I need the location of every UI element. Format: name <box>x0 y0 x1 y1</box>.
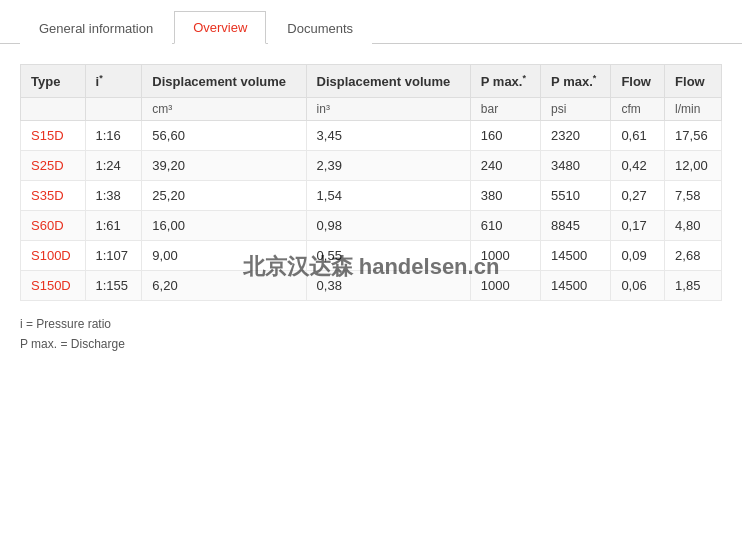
overview-table: Type i* Displacement volume Displacement… <box>20 64 722 301</box>
cell-disp-in3: 0,55 <box>306 241 470 271</box>
cell-disp-cm3: 6,20 <box>142 271 306 301</box>
cell-disp-in3: 1,54 <box>306 181 470 211</box>
col-header-disp-in3: Displacement volume <box>306 65 470 98</box>
cell-disp-cm3: 56,60 <box>142 121 306 151</box>
table-row: S25D1:2439,202,3924034800,4212,00 <box>21 151 722 181</box>
col-header-ratio: i* <box>85 65 142 98</box>
cell-flow-lmin: 12,00 <box>665 151 722 181</box>
cell-pmax-psi: 5510 <box>541 181 611 211</box>
table-row: S60D1:6116,000,9861088450,174,80 <box>21 211 722 241</box>
cell-ratio: 1:155 <box>85 271 142 301</box>
cell-flow-cfm: 0,61 <box>611 121 665 151</box>
tab-documents[interactable]: Documents <box>268 12 372 44</box>
footnote-2: P max. = Discharge <box>20 335 722 354</box>
cell-ratio: 1:24 <box>85 151 142 181</box>
cell-ratio: 1:38 <box>85 181 142 211</box>
cell-type[interactable]: S60D <box>21 211 86 241</box>
table-row: S15D1:1656,603,4516023200,6117,56 <box>21 121 722 151</box>
cell-flow-lmin: 1,85 <box>665 271 722 301</box>
cell-disp-cm3: 25,20 <box>142 181 306 211</box>
cell-flow-lmin: 7,58 <box>665 181 722 211</box>
cell-type[interactable]: S100D <box>21 241 86 271</box>
subheader-lmin: l/min <box>665 98 722 121</box>
cell-pmax-psi: 8845 <box>541 211 611 241</box>
cell-ratio: 1:16 <box>85 121 142 151</box>
cell-disp-cm3: 9,00 <box>142 241 306 271</box>
col-header-flow-cfm: Flow <box>611 65 665 98</box>
cell-flow-cfm: 0,42 <box>611 151 665 181</box>
cell-flow-lmin: 4,80 <box>665 211 722 241</box>
cell-flow-lmin: 17,56 <box>665 121 722 151</box>
table-row: S100D1:1079,000,551000145000,092,68 <box>21 241 722 271</box>
subheader-cm3: cm³ <box>142 98 306 121</box>
col-header-pmax-psi: P max.* <box>541 65 611 98</box>
subheader-ratio <box>85 98 142 121</box>
tab-overview[interactable]: Overview <box>174 11 266 44</box>
subheader-psi: psi <box>541 98 611 121</box>
cell-flow-cfm: 0,09 <box>611 241 665 271</box>
subheader-type <box>21 98 86 121</box>
footnote-section: i = Pressure ratio P max. = Discharge <box>20 315 722 353</box>
cell-flow-cfm: 0,17 <box>611 211 665 241</box>
cell-disp-cm3: 39,20 <box>142 151 306 181</box>
col-header-type: Type <box>21 65 86 98</box>
cell-pmax-bar: 160 <box>470 121 540 151</box>
cell-ratio: 1:61 <box>85 211 142 241</box>
table-row: S35D1:3825,201,5438055100,277,58 <box>21 181 722 211</box>
col-header-flow-lmin: Flow <box>665 65 722 98</box>
cell-pmax-bar: 1000 <box>470 271 540 301</box>
cell-flow-cfm: 0,06 <box>611 271 665 301</box>
footnote-1: i = Pressure ratio <box>20 315 722 334</box>
table-subheader-row: cm³ in³ bar psi cfm l/min <box>21 98 722 121</box>
subheader-cfm: cfm <box>611 98 665 121</box>
cell-type[interactable]: S15D <box>21 121 86 151</box>
cell-flow-lmin: 2,68 <box>665 241 722 271</box>
cell-pmax-psi: 3480 <box>541 151 611 181</box>
cell-pmax-bar: 380 <box>470 181 540 211</box>
cell-pmax-psi: 2320 <box>541 121 611 151</box>
cell-type[interactable]: S25D <box>21 151 86 181</box>
cell-ratio: 1:107 <box>85 241 142 271</box>
cell-type[interactable]: S35D <box>21 181 86 211</box>
table-header-row: Type i* Displacement volume Displacement… <box>21 65 722 98</box>
cell-flow-cfm: 0,27 <box>611 181 665 211</box>
cell-type[interactable]: S150D <box>21 271 86 301</box>
subheader-in3: in³ <box>306 98 470 121</box>
cell-disp-in3: 0,38 <box>306 271 470 301</box>
col-header-pmax-bar: P max.* <box>470 65 540 98</box>
tab-general-information[interactable]: General information <box>20 12 172 44</box>
cell-disp-in3: 3,45 <box>306 121 470 151</box>
cell-pmax-psi: 14500 <box>541 241 611 271</box>
col-header-disp-cm3: Displacement volume <box>142 65 306 98</box>
subheader-bar: bar <box>470 98 540 121</box>
cell-pmax-bar: 1000 <box>470 241 540 271</box>
tabs-bar: General information Overview Documents <box>0 0 742 44</box>
main-content: Type i* Displacement volume Displacement… <box>0 44 742 374</box>
table-row: S150D1:1556,200,381000145000,061,85 <box>21 271 722 301</box>
cell-disp-in3: 2,39 <box>306 151 470 181</box>
cell-pmax-bar: 610 <box>470 211 540 241</box>
cell-pmax-psi: 14500 <box>541 271 611 301</box>
cell-disp-cm3: 16,00 <box>142 211 306 241</box>
cell-pmax-bar: 240 <box>470 151 540 181</box>
cell-disp-in3: 0,98 <box>306 211 470 241</box>
